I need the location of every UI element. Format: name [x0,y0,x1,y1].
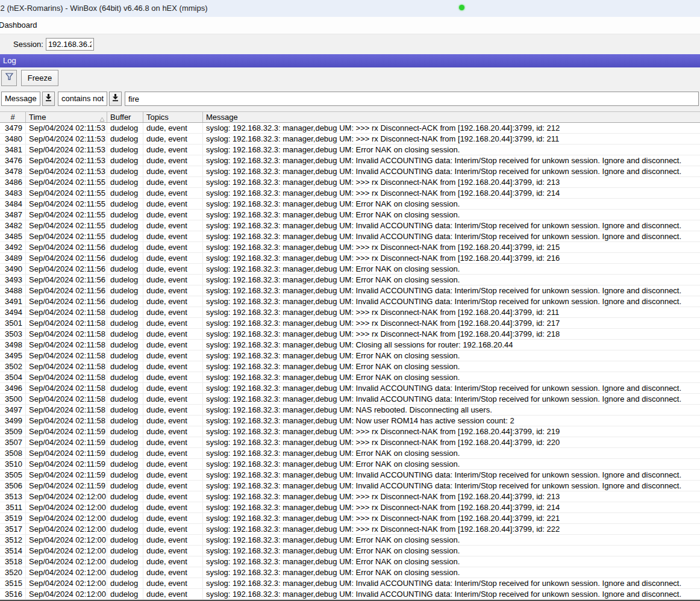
log-cell-buffer: dudelog [107,134,143,144]
log-table-row[interactable]: 3497 Sep/04/2024 02:11:58 dudelog dude, … [0,405,700,416]
log-cell-message: syslog: 192.168.32.3: manager,debug UM: … [203,524,700,534]
log-cell-message: syslog: 192.168.32.3: manager,debug UM: … [203,394,700,404]
log-cell-time: Sep/04/2024 02:11:53 [26,155,107,166]
log-cell-time: Sep/04/2024 02:12:00 [26,556,107,567]
log-cell-message: syslog: 192.168.32.3: manager,debug UM: … [203,416,700,426]
log-table-row[interactable]: 3505 Sep/04/2024 02:11:59 dudelog dude, … [0,470,700,481]
log-table-row[interactable]: 3482 Sep/04/2024 02:11:55 dudelog dude, … [0,220,700,231]
freeze-button[interactable]: Freeze [21,70,58,86]
log-table-row[interactable]: 3509 Sep/04/2024 02:11:59 dudelog dude, … [0,426,700,437]
log-table-row[interactable]: 3480 Sep/04/2024 02:11:53 dudelog dude, … [0,134,700,145]
column-header-topics[interactable]: Topics [143,112,203,122]
log-cell-topics: dude, event [143,231,203,241]
filter-operator-dropdown-button[interactable] [109,92,122,106]
log-table-row[interactable]: 3486 Sep/04/2024 02:11:55 dudelog dude, … [0,177,700,188]
log-cell-number: 3514 [0,546,26,556]
log-table-row[interactable]: 3506 Sep/04/2024 02:11:59 dudelog dude, … [0,481,700,491]
log-cell-topics: dude, event [143,416,203,426]
log-table-row[interactable]: 3476 Sep/04/2024 02:11:53 dudelog dude, … [0,155,700,166]
log-cell-number: 3509 [0,426,26,437]
log-cell-number: 3486 [0,177,26,187]
log-table-row[interactable]: 3514 Sep/04/2024 02:12:00 dudelog dude, … [0,546,700,556]
log-table-row[interactable]: 3510 Sep/04/2024 02:11:59 dudelog dude, … [0,459,700,470]
filter-operator-select[interactable]: contains not [58,92,107,106]
log-table-row[interactable]: 3492 Sep/04/2024 02:11:56 dudelog dude, … [0,242,700,253]
log-table-row[interactable]: 3484 Sep/04/2024 02:11:55 dudelog dude, … [0,199,700,210]
log-table-row[interactable]: 3520 Sep/04/2024 02:12:00 dudelog dude, … [0,567,700,578]
log-cell-message: syslog: 192.168.32.3: manager,debug UM: … [203,329,700,339]
log-cell-buffer: dudelog [107,177,143,187]
filter-button[interactable] [1,70,17,86]
log-cell-number: 3483 [0,188,26,198]
log-cell-number: 3506 [0,481,26,491]
log-table-row[interactable]: 3489 Sep/04/2024 02:11:56 dudelog dude, … [0,253,700,264]
log-table-row[interactable]: 3495 Sep/04/2024 02:11:58 dudelog dude, … [0,350,700,361]
log-cell-time: Sep/04/2024 02:12:00 [26,546,107,556]
menu-item-dashboard[interactable]: Dashboard [0,17,42,34]
log-table-row[interactable]: 3519 Sep/04/2024 02:12:00 dudelog dude, … [0,513,700,524]
log-cell-topics: dude, event [143,513,203,523]
log-cell-topics: dude, event [143,296,203,307]
log-table-row[interactable]: 3496 Sep/04/2024 02:11:58 dudelog dude, … [0,383,700,394]
log-table-row[interactable]: 3504 Sep/04/2024 02:11:58 dudelog dude, … [0,372,700,383]
log-cell-buffer: dudelog [107,220,143,231]
log-cell-topics: dude, event [143,285,203,296]
log-table-row[interactable]: 3511 Sep/04/2024 02:12:00 dudelog dude, … [0,502,700,513]
log-cell-buffer: dudelog [107,166,143,176]
log-cell-message: syslog: 192.168.32.3: manager,debug UM: … [203,361,700,372]
log-table-row[interactable]: 3513 Sep/04/2024 02:12:00 dudelog dude, … [0,491,700,502]
log-cell-message: syslog: 192.168.32.3: manager,debug UM: … [203,177,700,187]
log-table-row[interactable]: 3478 Sep/04/2024 02:11:53 dudelog dude, … [0,166,700,177]
log-cell-topics: dude, event [143,134,203,144]
filter-bar: Message contains not [0,88,700,110]
log-cell-buffer: dudelog [107,340,143,350]
log-table-row[interactable]: 3508 Sep/04/2024 02:11:59 dudelog dude, … [0,448,700,459]
log-table-row[interactable]: 3515 Sep/04/2024 02:12:00 dudelog dude, … [0,578,700,589]
log-cell-buffer: dudelog [107,535,143,545]
log-table-row[interactable]: 3488 Sep/04/2024 02:11:56 dudelog dude, … [0,285,700,296]
filter-query-input[interactable] [125,92,699,106]
session-input[interactable] [46,38,94,51]
column-header-message[interactable]: Message [203,112,700,122]
log-cell-number: 3504 [0,372,26,382]
log-table-row[interactable]: 3512 Sep/04/2024 02:12:00 dudelog dude, … [0,535,700,546]
filter-field-dropdown-button[interactable] [42,92,55,106]
log-table-row[interactable]: 3500 Sep/04/2024 02:11:58 dudelog dude, … [0,394,700,405]
column-header-number[interactable]: # [0,112,26,122]
column-header-buffer[interactable]: Buffer [107,112,143,122]
log-cell-number: 3519 [0,513,26,523]
log-table-row[interactable]: 3481 Sep/04/2024 02:11:53 dudelog dude, … [0,145,700,155]
log-table-row[interactable]: 3493 Sep/04/2024 02:11:56 dudelog dude, … [0,275,700,285]
log-cell-topics: dude, event [143,264,203,274]
log-table-row[interactable]: 3499 Sep/04/2024 02:11:58 dudelog dude, … [0,416,700,426]
log-table-row[interactable]: 3517 Sep/04/2024 02:12:00 dudelog dude, … [0,524,700,535]
log-table-row[interactable]: 3502 Sep/04/2024 02:11:58 dudelog dude, … [0,361,700,372]
log-table-row[interactable]: 3479 Sep/04/2024 02:11:53 dudelog dude, … [0,123,700,134]
down-arrow-bar-icon [111,93,119,104]
log-cell-time: Sep/04/2024 02:11:58 [26,340,107,350]
log-table-row[interactable]: 3485 Sep/04/2024 02:11:55 dudelog dude, … [0,231,700,242]
log-cell-time: Sep/04/2024 02:11:59 [26,448,107,458]
log-table-row[interactable]: 3498 Sep/04/2024 02:11:58 dudelog dude, … [0,340,700,350]
log-cell-topics: dude, event [143,177,203,187]
log-cell-time: Sep/04/2024 02:11:58 [26,383,107,393]
log-cell-time: Sep/04/2024 02:11:58 [26,405,107,415]
log-table-row[interactable]: 3491 Sep/04/2024 02:11:56 dudelog dude, … [0,296,700,307]
log-table-row[interactable]: 3501 Sep/04/2024 02:11:58 dudelog dude, … [0,318,700,329]
log-table-row[interactable]: 3503 Sep/04/2024 02:11:58 dudelog dude, … [0,329,700,340]
log-cell-time: Sep/04/2024 02:11:59 [26,426,107,437]
filter-field-select[interactable]: Message [1,92,40,106]
log-cell-buffer: dudelog [107,372,143,382]
log-cell-topics: dude, event [143,242,203,252]
log-table-row[interactable]: 3494 Sep/04/2024 02:11:58 dudelog dude, … [0,307,700,318]
log-cell-message: syslog: 192.168.32.3: manager,debug UM: … [203,253,700,263]
log-cell-message: syslog: 192.168.32.3: manager,debug UM: … [203,491,700,502]
column-header-time[interactable]: Time [26,112,107,122]
log-table-row[interactable]: 3483 Sep/04/2024 02:11:55 dudelog dude, … [0,188,700,199]
log-table-row[interactable]: 3490 Sep/04/2024 02:11:56 dudelog dude, … [0,264,700,275]
log-cell-message: syslog: 192.168.32.3: manager,debug UM: … [203,123,700,133]
log-table-row[interactable]: 3507 Sep/04/2024 02:11:59 dudelog dude, … [0,437,700,448]
log-table-row[interactable]: 3518 Sep/04/2024 02:12:00 dudelog dude, … [0,556,700,567]
log-table-row[interactable]: 3487 Sep/04/2024 02:11:55 dudelog dude, … [0,210,700,220]
log-table-row[interactable]: 3516 Sep/04/2024 02:12:00 dudelog dude, … [0,589,700,600]
